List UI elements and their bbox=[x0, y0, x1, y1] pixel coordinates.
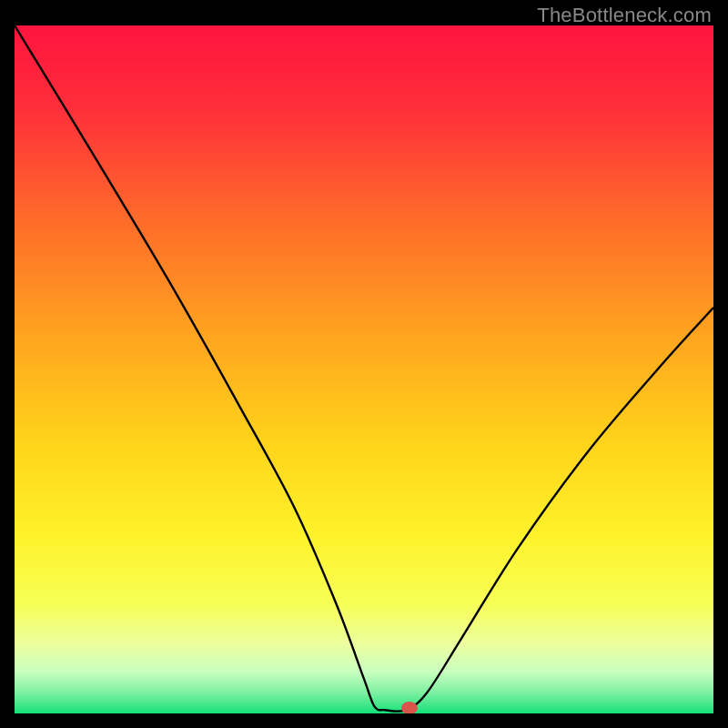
bottleneck-chart bbox=[15, 25, 713, 713]
gradient-background bbox=[15, 25, 713, 713]
chart-frame bbox=[15, 25, 713, 713]
watermark-text: TheBottleneck.com bbox=[537, 4, 712, 27]
